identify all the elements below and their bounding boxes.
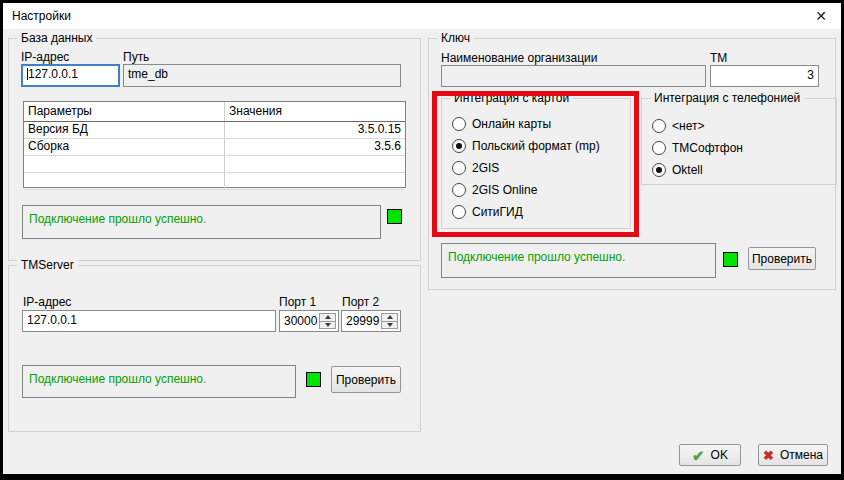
cross-icon: ✖ bbox=[763, 449, 774, 462]
spin-up-icon[interactable] bbox=[320, 314, 335, 322]
key-status-indicator bbox=[723, 252, 738, 267]
radio-online-maps[interactable]: Онлайн карты bbox=[452, 117, 551, 131]
cell-value: 3.5.0.15 bbox=[225, 122, 405, 138]
table-header-row[interactable]: Параметры Значения bbox=[24, 102, 405, 122]
org-name-input[interactable] bbox=[441, 65, 706, 87]
key-status-box: Подключение прошло успешно. bbox=[441, 243, 716, 278]
cell-param: Версия БД bbox=[24, 122, 225, 138]
check-icon: ✔ bbox=[692, 448, 705, 463]
tmserver-check-button[interactable]: Проверить bbox=[331, 366, 401, 393]
db-path-label: Путь bbox=[123, 50, 149, 64]
settings-dialog: Настройки ✕ База данных IP-адрес 127.0.0… bbox=[3, 3, 841, 474]
radio-tmsoftphone[interactable]: ТМСофтфон bbox=[652, 141, 743, 155]
radio-oktell[interactable]: Oktell bbox=[652, 163, 703, 177]
tmserver-status-indicator bbox=[306, 372, 321, 387]
title-bar[interactable]: Настройки ✕ bbox=[3, 3, 841, 29]
radio-2gis[interactable]: 2GIS bbox=[452, 161, 499, 175]
spin-up-icon[interactable] bbox=[382, 314, 397, 322]
close-icon[interactable]: ✕ bbox=[812, 7, 830, 25]
port1-stepper[interactable]: 30000 bbox=[279, 310, 339, 332]
db-status-box: Подключение прошло успешно. bbox=[22, 205, 381, 239]
db-params-table: Параметры Значения Версия БД 3.5.0.15 Сб… bbox=[23, 101, 406, 188]
db-ip-label: IP-адрес bbox=[21, 50, 69, 64]
tm-ip-label: IP-адрес bbox=[23, 295, 71, 309]
tm-ip-input[interactable]: 127.0.0.1 bbox=[22, 310, 276, 332]
map-integration-label: Интеграция с картой bbox=[450, 91, 573, 106]
table-row[interactable] bbox=[24, 156, 405, 173]
cancel-button-label: Отмена bbox=[780, 448, 823, 462]
database-group: База данных IP-адрес 127.0.0.1 Путь tme_… bbox=[8, 38, 421, 261]
cell-value: 3.5.6 bbox=[225, 139, 405, 155]
tmserver-group-label: TMServer bbox=[17, 258, 78, 273]
radio-icon[interactable] bbox=[452, 161, 466, 175]
port1-spin-buttons bbox=[319, 313, 336, 329]
cell-param bbox=[24, 173, 225, 189]
dialog-title: Настройки bbox=[12, 9, 71, 23]
key-group-label: Ключ bbox=[437, 31, 474, 46]
tmserver-group: TMServer IP-адрес 127.0.0.1 Порт 1 30000… bbox=[8, 265, 421, 432]
radio-icon[interactable] bbox=[452, 183, 466, 197]
ok-button[interactable]: ✔ OK bbox=[679, 444, 741, 466]
table-row[interactable]: Версия БД 3.5.0.15 bbox=[24, 122, 405, 139]
cell-param bbox=[24, 156, 225, 172]
port1-label: Порт 1 bbox=[279, 295, 316, 309]
table-row[interactable]: Сборка 3.5.6 bbox=[24, 139, 405, 156]
db-status-indicator bbox=[387, 209, 402, 224]
radio-icon[interactable] bbox=[452, 117, 466, 131]
telephony-integration-group: Интеграция с телефонией <нет> ТМСофтфон … bbox=[641, 98, 837, 185]
cell-value bbox=[225, 156, 405, 172]
radio-none[interactable]: <нет> bbox=[652, 119, 704, 133]
radio-icon[interactable] bbox=[652, 141, 666, 155]
port2-stepper[interactable]: 29999 bbox=[341, 310, 401, 332]
telephony-integration-label: Интеграция с телефонией bbox=[650, 91, 804, 106]
key-group: Ключ Наименование организации TM 3 Интег… bbox=[428, 38, 836, 290]
radio-icon[interactable] bbox=[652, 163, 666, 177]
radio-2gis-online[interactable]: 2GIS Online bbox=[452, 183, 537, 197]
ok-button-label: OK bbox=[711, 448, 728, 462]
cell-param: Сборка bbox=[24, 139, 225, 155]
radio-icon[interactable] bbox=[652, 119, 666, 133]
tm-count-input[interactable]: 3 bbox=[710, 65, 819, 87]
map-integration-group: Интеграция с картой Онлайн карты Польски… bbox=[441, 98, 631, 229]
port2-spin-buttons bbox=[381, 313, 398, 329]
org-name-label: Наименование организации bbox=[441, 51, 597, 65]
radio-polish-format[interactable]: Польский формат (mp) bbox=[452, 139, 600, 153]
table-row[interactable] bbox=[24, 173, 405, 190]
spin-down-icon[interactable] bbox=[320, 322, 335, 329]
key-check-button[interactable]: Проверить bbox=[748, 247, 816, 270]
radio-icon[interactable] bbox=[452, 139, 466, 153]
db-ip-input[interactable]: 127.0.0.1 bbox=[21, 64, 120, 87]
port2-label: Порт 2 bbox=[342, 295, 379, 309]
table-header-params[interactable]: Параметры bbox=[24, 102, 225, 121]
radio-citygid[interactable]: СитиГИД bbox=[452, 205, 523, 219]
tmserver-status-box: Подключение прошло успешно. bbox=[22, 365, 296, 398]
spin-down-icon[interactable] bbox=[382, 322, 397, 329]
db-path-input[interactable]: tme_db bbox=[123, 64, 401, 87]
cancel-button[interactable]: ✖ Отмена bbox=[758, 444, 828, 466]
screenshot-root: Настройки ✕ База данных IP-адрес 127.0.0… bbox=[0, 0, 844, 480]
database-group-label: База данных bbox=[17, 31, 96, 46]
radio-icon[interactable] bbox=[452, 205, 466, 219]
cell-value bbox=[225, 173, 405, 189]
table-header-values[interactable]: Значения bbox=[225, 102, 405, 121]
tm-count-label: TM bbox=[710, 51, 727, 65]
dialog-body: База данных IP-адрес 127.0.0.1 Путь tme_… bbox=[3, 29, 841, 474]
